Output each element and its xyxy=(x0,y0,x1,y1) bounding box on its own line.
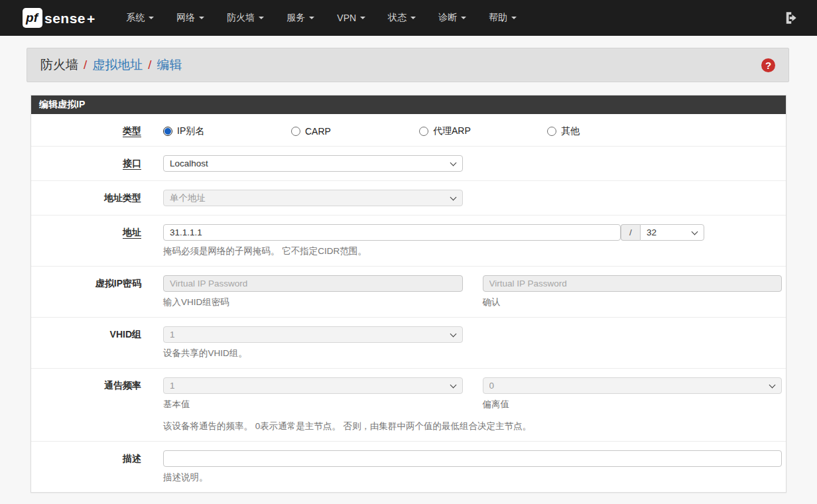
interface-label: 接口 xyxy=(123,158,141,170)
breadcrumb-link-virtual-ips[interactable]: 虚拟地址 xyxy=(92,56,143,74)
form-row-frequency: 通告频率 1 基本值 0 xyxy=(31,369,786,442)
nav-item-system[interactable]: 系统 xyxy=(115,5,165,31)
frequency-base-select: 1 xyxy=(163,377,463,394)
vhid-help-text: 设备共享的VHID组。 xyxy=(163,347,782,359)
nav-item-help[interactable]: 帮助 xyxy=(477,5,528,31)
address-help-text: 掩码必须是网络的子网掩码。 它不指定CIDR范围。 xyxy=(163,245,782,257)
caret-down-icon xyxy=(259,17,264,19)
form-row-description: 描述 描述说明。 xyxy=(31,442,786,492)
form-row-vip-password: 虚拟IP密码 输入VHID组密码 确认 xyxy=(31,267,786,318)
vhid-select: 1 xyxy=(163,326,463,343)
form-row-interface: 接口 Localhost xyxy=(31,147,786,181)
pfsense-logo-pf: pf xyxy=(23,8,42,28)
caret-down-icon xyxy=(199,17,204,19)
nav-item-status[interactable]: 状态 xyxy=(377,5,427,31)
pfsense-logo-sense: sense xyxy=(44,9,86,28)
caret-down-icon xyxy=(360,17,365,19)
nav-item-services[interactable]: 服务 xyxy=(275,5,326,31)
nav-item-interfaces[interactable]: 网络 xyxy=(165,5,216,31)
nav-item-firewall[interactable]: 防火墙 xyxy=(216,5,275,31)
logout-button[interactable] xyxy=(780,7,801,29)
subnet-mask-group: / 32 xyxy=(621,224,704,241)
form-row-vhid: VHID组 1 设备共享的VHID组。 xyxy=(31,318,786,369)
nav-item-vpn[interactable]: VPN xyxy=(326,6,377,30)
caret-down-icon xyxy=(309,17,314,19)
edit-virtual-ip-panel: 编辑虚拟IP 类型 IP别名 CARP 代理ARP 其他 接口 xyxy=(31,95,786,493)
sign-out-icon xyxy=(784,11,797,25)
type-label: 类型 xyxy=(123,125,141,137)
frequency-skew-help: 偏离值 xyxy=(483,399,783,410)
nav-menu: 系统 网络 防火墙 服务 VPN 状态 诊断 帮助 xyxy=(115,5,528,31)
form-row-address-type: 地址类型 单个地址 xyxy=(31,181,786,216)
caret-down-icon xyxy=(511,17,517,19)
form-row-address: 地址 / 32 掩码必须是网络的子网掩码。 它不指定CIDR范围。 xyxy=(31,216,786,267)
radio-unselected-icon[interactable] xyxy=(419,127,428,136)
breadcrumb-separator: / xyxy=(148,58,151,72)
radio-option-ip-alias[interactable]: IP别名 xyxy=(163,125,291,137)
radio-option-carp[interactable]: CARP xyxy=(291,125,419,137)
address-input[interactable] xyxy=(163,224,621,241)
vip-password-input xyxy=(163,275,463,292)
radio-option-other[interactable]: 其他 xyxy=(547,125,675,137)
radio-option-proxy-arp[interactable]: 代理ARP xyxy=(419,125,547,137)
breadcrumb: 防火墙 / 虚拟地址 / 编辑 ? xyxy=(27,48,789,82)
breadcrumb-separator: / xyxy=(84,58,87,72)
vip-password-confirm-input xyxy=(483,275,783,292)
description-input[interactable] xyxy=(163,450,782,467)
frequency-label: 通告频率 xyxy=(31,377,141,432)
vip-password-confirm-help: 确认 xyxy=(483,296,783,308)
address-type-label: 地址类型 xyxy=(31,190,141,206)
vip-password-help: 输入VHID组密码 xyxy=(163,296,463,308)
subnet-mask-select[interactable]: 32 xyxy=(640,224,704,241)
frequency-base-help: 基本值 xyxy=(163,399,463,410)
panel-title: 编辑虚拟IP xyxy=(31,95,786,114)
description-help-text: 描述说明。 xyxy=(163,472,782,483)
caret-down-icon xyxy=(149,17,154,19)
caret-down-icon xyxy=(410,17,416,19)
address-label: 地址 xyxy=(123,227,141,239)
radio-unselected-icon[interactable] xyxy=(291,127,300,136)
vhid-label: VHID组 xyxy=(31,326,141,359)
radio-selected-icon[interactable] xyxy=(163,127,172,136)
breadcrumb-link-edit[interactable]: 编辑 xyxy=(157,56,182,74)
pfsense-logo[interactable]: pf sense + xyxy=(23,8,95,28)
address-type-select: 单个地址 xyxy=(163,190,463,206)
nav-item-diagnostics[interactable]: 诊断 xyxy=(427,5,477,31)
frequency-help-text: 该设备将通告的频率。 0表示通常是主节点。 否则，由集群中两个值的最低组合决定主… xyxy=(163,420,782,432)
pfsense-logo-plus: + xyxy=(87,11,95,28)
vip-password-label: 虚拟IP密码 xyxy=(31,275,141,308)
top-navbar: pf sense + 系统 网络 防火墙 服务 VPN 状态 诊断 帮助 xyxy=(0,0,817,36)
description-label: 描述 xyxy=(31,450,141,483)
mask-separator: / xyxy=(621,224,640,241)
caret-down-icon xyxy=(461,17,466,19)
interface-select[interactable]: Localhost xyxy=(163,155,463,172)
breadcrumb-section: 防火墙 xyxy=(40,56,78,74)
help-icon[interactable]: ? xyxy=(761,58,775,72)
form-row-type: 类型 IP别名 CARP 代理ARP 其他 xyxy=(31,114,786,147)
radio-unselected-icon[interactable] xyxy=(547,127,556,136)
frequency-skew-select: 0 xyxy=(483,377,783,394)
